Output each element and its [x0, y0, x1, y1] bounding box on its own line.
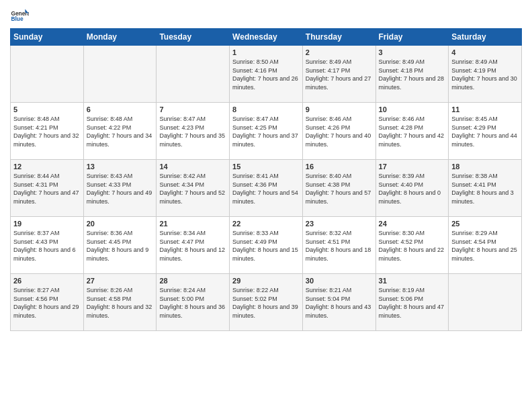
calendar-cell: 8 Sunrise: 8:47 AMSunset: 4:25 PMDayligh…	[230, 103, 303, 160]
calendar-cell: 25 Sunrise: 8:29 AMSunset: 4:54 PMDaylig…	[449, 217, 522, 274]
day-number: 17	[379, 163, 446, 171]
calendar-cell: 16 Sunrise: 8:40 AMSunset: 4:38 PMDaylig…	[302, 160, 375, 217]
calendar-cell: 12 Sunrise: 8:44 AMSunset: 4:31 PMDaylig…	[11, 160, 84, 217]
calendar-cell: 4 Sunrise: 8:49 AMSunset: 4:19 PMDayligh…	[449, 46, 522, 103]
day-info: Sunrise: 8:49 AMSunset: 4:19 PMDaylight:…	[451, 58, 519, 91]
day-info: Sunrise: 8:46 AMSunset: 4:28 PMDaylight:…	[379, 115, 446, 148]
day-number: 29	[232, 277, 300, 285]
calendar-cell: 23 Sunrise: 8:32 AMSunset: 4:51 PMDaylig…	[302, 217, 375, 274]
calendar-week-5: 26 Sunrise: 8:27 AMSunset: 4:56 PMDaylig…	[11, 274, 522, 331]
day-info: Sunrise: 8:32 AMSunset: 4:51 PMDaylight:…	[306, 229, 373, 263]
day-number: 5	[13, 105, 81, 113]
day-number: 9	[306, 105, 373, 113]
day-number: 2	[306, 48, 373, 56]
calendar-header-sunday: Sunday	[11, 29, 84, 46]
day-info: Sunrise: 8:21 AMSunset: 5:04 PMDaylight:…	[306, 286, 373, 320]
calendar-cell: 29 Sunrise: 8:22 AMSunset: 5:02 PMDaylig…	[230, 274, 303, 331]
calendar-cell: 20 Sunrise: 8:36 AMSunset: 4:45 PMDaylig…	[83, 217, 157, 274]
calendar-body: 1 Sunrise: 8:50 AMSunset: 4:16 PMDayligh…	[11, 46, 522, 331]
day-info: Sunrise: 8:37 AMSunset: 4:43 PMDaylight:…	[13, 229, 81, 263]
calendar-cell: 15 Sunrise: 8:41 AMSunset: 4:36 PMDaylig…	[230, 160, 303, 217]
day-info: Sunrise: 8:47 AMSunset: 4:25 PMDaylight:…	[232, 115, 300, 148]
day-info: Sunrise: 8:49 AMSunset: 4:18 PMDaylight:…	[379, 58, 446, 91]
day-number: 21	[159, 220, 226, 228]
day-number: 12	[13, 163, 81, 171]
day-info: Sunrise: 8:38 AMSunset: 4:41 PMDaylight:…	[451, 172, 519, 205]
day-info: Sunrise: 8:41 AMSunset: 4:36 PMDaylight:…	[232, 172, 300, 205]
day-info: Sunrise: 8:42 AMSunset: 4:34 PMDaylight:…	[159, 172, 226, 205]
calendar-cell: 1 Sunrise: 8:50 AMSunset: 4:16 PMDayligh…	[230, 46, 303, 103]
calendar-cell	[449, 274, 522, 331]
day-number: 31	[379, 277, 446, 285]
day-info: Sunrise: 8:40 AMSunset: 4:38 PMDaylight:…	[306, 172, 373, 205]
calendar-cell: 18 Sunrise: 8:38 AMSunset: 4:41 PMDaylig…	[449, 160, 522, 217]
calendar-cell	[157, 46, 230, 103]
calendar-cell: 9 Sunrise: 8:46 AMSunset: 4:26 PMDayligh…	[302, 103, 375, 160]
day-number: 18	[451, 163, 519, 171]
day-number: 28	[159, 277, 226, 285]
calendar-header-row: SundayMondayTuesdayWednesdayThursdayFrid…	[11, 29, 522, 46]
day-info: Sunrise: 8:49 AMSunset: 4:17 PMDaylight:…	[306, 58, 373, 91]
calendar-cell: 22 Sunrise: 8:33 AMSunset: 4:49 PMDaylig…	[230, 217, 303, 274]
calendar-cell: 6 Sunrise: 8:48 AMSunset: 4:22 PMDayligh…	[83, 103, 157, 160]
calendar-cell: 19 Sunrise: 8:37 AMSunset: 4:43 PMDaylig…	[11, 217, 84, 274]
day-number: 22	[232, 220, 300, 228]
calendar-cell: 14 Sunrise: 8:42 AMSunset: 4:34 PMDaylig…	[157, 160, 230, 217]
page-header: General Blue	[10, 7, 522, 26]
calendar-week-3: 12 Sunrise: 8:44 AMSunset: 4:31 PMDaylig…	[11, 160, 522, 217]
calendar-cell: 27 Sunrise: 8:26 AMSunset: 4:58 PMDaylig…	[83, 274, 157, 331]
calendar-cell: 13 Sunrise: 8:43 AMSunset: 4:33 PMDaylig…	[83, 160, 157, 217]
calendar-header-monday: Monday	[83, 29, 157, 46]
day-number: 3	[379, 48, 446, 56]
day-info: Sunrise: 8:33 AMSunset: 4:49 PMDaylight:…	[232, 229, 300, 263]
day-info: Sunrise: 8:48 AMSunset: 4:22 PMDaylight:…	[87, 115, 154, 148]
day-number: 26	[13, 277, 81, 285]
day-info: Sunrise: 8:47 AMSunset: 4:23 PMDaylight:…	[159, 115, 226, 148]
calendar-cell: 28 Sunrise: 8:24 AMSunset: 5:00 PMDaylig…	[157, 274, 230, 331]
calendar-cell: 26 Sunrise: 8:27 AMSunset: 4:56 PMDaylig…	[11, 274, 84, 331]
day-number: 13	[87, 163, 154, 171]
day-info: Sunrise: 8:26 AMSunset: 4:58 PMDaylight:…	[87, 286, 154, 320]
calendar-cell: 11 Sunrise: 8:45 AMSunset: 4:29 PMDaylig…	[449, 103, 522, 160]
calendar-header-tuesday: Tuesday	[157, 29, 230, 46]
day-info: Sunrise: 8:29 AMSunset: 4:54 PMDaylight:…	[451, 229, 519, 263]
calendar-header-friday: Friday	[375, 29, 449, 46]
calendar-cell: 3 Sunrise: 8:49 AMSunset: 4:18 PMDayligh…	[375, 46, 449, 103]
calendar-header-thursday: Thursday	[302, 29, 375, 46]
day-info: Sunrise: 8:22 AMSunset: 5:02 PMDaylight:…	[232, 286, 300, 320]
calendar-cell: 5 Sunrise: 8:48 AMSunset: 4:21 PMDayligh…	[11, 103, 84, 160]
day-number: 24	[379, 220, 446, 228]
day-number: 30	[306, 277, 373, 285]
day-info: Sunrise: 8:36 AMSunset: 4:45 PMDaylight:…	[87, 229, 154, 263]
day-number: 11	[451, 105, 519, 113]
logo-icon: General Blue	[10, 7, 29, 26]
day-info: Sunrise: 8:50 AMSunset: 4:16 PMDaylight:…	[232, 58, 300, 91]
day-info: Sunrise: 8:43 AMSunset: 4:33 PMDaylight:…	[87, 172, 154, 205]
day-number: 14	[159, 163, 226, 171]
day-info: Sunrise: 8:34 AMSunset: 4:47 PMDaylight:…	[159, 229, 226, 263]
day-info: Sunrise: 8:46 AMSunset: 4:26 PMDaylight:…	[306, 115, 373, 148]
day-info: Sunrise: 8:48 AMSunset: 4:21 PMDaylight:…	[13, 115, 81, 148]
calendar-week-2: 5 Sunrise: 8:48 AMSunset: 4:21 PMDayligh…	[11, 103, 522, 160]
calendar-cell: 30 Sunrise: 8:21 AMSunset: 5:04 PMDaylig…	[302, 274, 375, 331]
calendar-cell: 21 Sunrise: 8:34 AMSunset: 4:47 PMDaylig…	[157, 217, 230, 274]
day-number: 16	[306, 163, 373, 171]
calendar-cell	[11, 46, 84, 103]
day-number: 10	[379, 105, 446, 113]
calendar-header-wednesday: Wednesday	[230, 29, 303, 46]
calendar-cell	[83, 46, 157, 103]
day-info: Sunrise: 8:45 AMSunset: 4:29 PMDaylight:…	[451, 115, 519, 148]
day-number: 19	[13, 220, 81, 228]
day-number: 7	[159, 105, 226, 113]
day-number: 27	[87, 277, 154, 285]
day-number: 25	[451, 220, 519, 228]
calendar-header-saturday: Saturday	[449, 29, 522, 46]
day-number: 8	[232, 105, 300, 113]
calendar-week-4: 19 Sunrise: 8:37 AMSunset: 4:43 PMDaylig…	[11, 217, 522, 274]
calendar-cell: 10 Sunrise: 8:46 AMSunset: 4:28 PMDaylig…	[375, 103, 449, 160]
calendar-week-1: 1 Sunrise: 8:50 AMSunset: 4:16 PMDayligh…	[11, 46, 522, 103]
day-number: 15	[232, 163, 300, 171]
calendar-cell: 24 Sunrise: 8:30 AMSunset: 4:52 PMDaylig…	[375, 217, 449, 274]
day-info: Sunrise: 8:30 AMSunset: 4:52 PMDaylight:…	[379, 229, 446, 263]
day-number: 4	[451, 48, 519, 56]
